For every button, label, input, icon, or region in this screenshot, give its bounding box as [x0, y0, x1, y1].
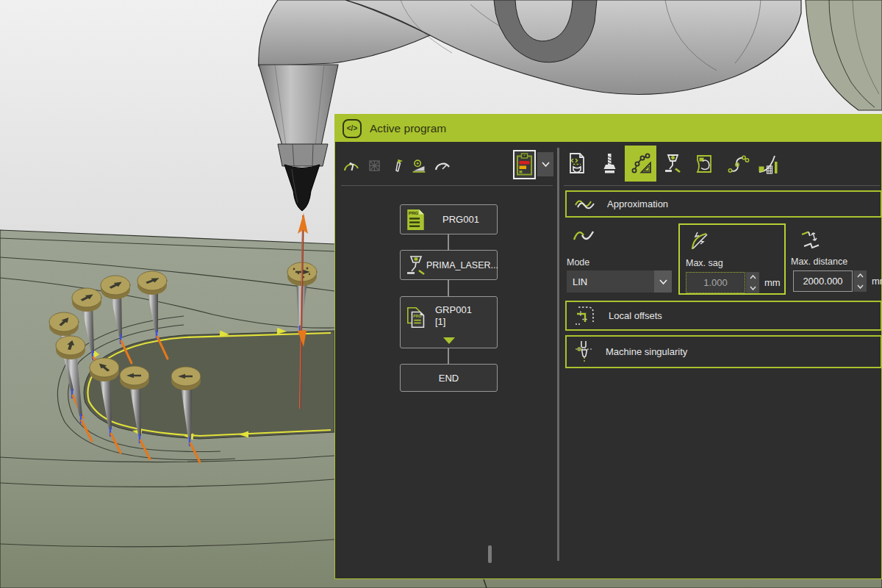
max-sag-icon — [688, 229, 713, 254]
tree-connector — [448, 280, 449, 296]
robot-reach-button[interactable] — [342, 157, 361, 176]
tree-node-grp001[interactable]: PRG GRP001 [1] — [400, 296, 498, 348]
tree-node-label: END — [401, 373, 497, 384]
tree-node-label: PRIMA_LASER... — [426, 260, 498, 270]
panel-title: Active program — [370, 122, 446, 135]
machine-singularity-icon — [573, 339, 595, 365]
mode-select[interactable]: LIN — [567, 270, 672, 293]
panel-splitter[interactable] — [557, 148, 559, 561]
tool-icon — [597, 151, 622, 176]
tree-node-label-group: GRP001 [1] — [435, 304, 472, 328]
toolbar-separator — [341, 185, 553, 186]
mode-label: Mode — [567, 257, 589, 268]
tree-node-label: PRG001 — [425, 214, 497, 225]
quality-graph-icon — [755, 151, 780, 176]
section-title: Local offsets — [609, 310, 662, 321]
group-documents-icon: PRG — [406, 304, 429, 331]
code-icon: </> — [343, 119, 362, 138]
mode-wave-icon — [570, 225, 597, 248]
workpiece-contour-icon — [692, 151, 717, 176]
tree-node-count: [1] — [435, 316, 472, 328]
local-offsets-icon — [573, 304, 598, 328]
active-program-panel: </> Active program — [334, 114, 882, 579]
max-sag-unit: mm — [764, 277, 781, 288]
torch-flag-icon — [389, 157, 408, 176]
tool-view-icon — [409, 157, 429, 176]
panel-header: </> Active program — [335, 115, 881, 142]
program-protection-icon — [564, 151, 589, 176]
spin-down-button[interactable] — [853, 282, 867, 293]
max-sag-spinner — [746, 272, 759, 293]
laser-process-icon — [660, 151, 685, 176]
tree-connector — [448, 234, 449, 250]
approximation-wave-icon — [573, 195, 597, 214]
tree-connector — [448, 348, 449, 364]
section-title: Approximation — [607, 198, 668, 209]
tab-tool[interactable] — [593, 146, 625, 182]
laser-head-icon — [406, 254, 426, 276]
expand-group-triangle[interactable] — [443, 337, 455, 344]
spin-up-button[interactable] — [853, 270, 867, 282]
spin-up-button[interactable] — [746, 272, 759, 283]
application-window: </> Active program — [0, 0, 882, 588]
speed-gauge-button[interactable] — [433, 157, 452, 176]
tab-workpiece-contour[interactable] — [688, 146, 720, 182]
collar-nut — [278, 144, 328, 166]
program-clipboard-icon — [516, 153, 533, 176]
tree-node-label: GRP001 — [435, 304, 472, 316]
tab-laser-process[interactable] — [656, 146, 688, 182]
mode-value: LIN — [567, 276, 654, 287]
tree-node-prima-laser[interactable]: PRIMA_LASER... — [400, 250, 498, 280]
program-document-icon: PRG — [406, 209, 425, 231]
approximation-icon — [628, 151, 653, 176]
chevron-down-icon — [541, 161, 551, 168]
tree-node-end[interactable]: END — [400, 364, 498, 392]
svg-text:PRG: PRG — [413, 314, 421, 318]
max-distance-group: Max. distance mm — [791, 223, 882, 295]
machine-singularity-section-header[interactable]: Machine singularity — [565, 335, 882, 368]
tab-path-points[interactable] — [722, 146, 753, 182]
clipboard-dropdown-button[interactable] — [537, 152, 553, 176]
laser-burst-icon — [365, 157, 384, 176]
max-sag-input[interactable] — [686, 272, 745, 293]
section-title: Machine singularity — [606, 346, 687, 357]
local-offsets-section-header[interactable]: Local offsets — [565, 301, 882, 331]
laser-burst-button[interactable] — [365, 157, 384, 176]
max-distance-input[interactable] — [793, 270, 853, 292]
tabs-separator — [564, 185, 880, 186]
tab-quality-graph[interactable] — [751, 146, 783, 182]
tab-program-protection[interactable] — [561, 146, 592, 182]
tree-scrollbar-thumb[interactable] — [488, 545, 492, 563]
tab-approximation[interactable] — [625, 146, 656, 182]
max-distance-spinner — [853, 270, 867, 292]
spin-down-button[interactable] — [746, 283, 759, 294]
tool-view-button[interactable] — [409, 157, 429, 176]
max-distance-icon — [798, 228, 823, 253]
max-distance-label: Max. distance — [791, 257, 847, 267]
svg-text:PRG: PRG — [409, 210, 418, 215]
max-distance-unit: mm — [872, 276, 882, 287]
robot-reach-icon — [342, 157, 361, 176]
program-clipboard-button[interactable] — [513, 150, 536, 179]
chevron-down-icon — [654, 270, 672, 293]
speed-gauge-icon — [433, 157, 452, 176]
max-sag-label: Max. sag — [686, 258, 723, 268]
path-points-icon — [725, 151, 750, 176]
torch-flag-button[interactable] — [389, 157, 408, 176]
tree-node-prg001[interactable]: PRG PRG001 — [400, 204, 498, 234]
approximation-section-header[interactable]: Approximation — [565, 190, 882, 218]
max-sag-group: Max. sag mm — [678, 223, 786, 295]
